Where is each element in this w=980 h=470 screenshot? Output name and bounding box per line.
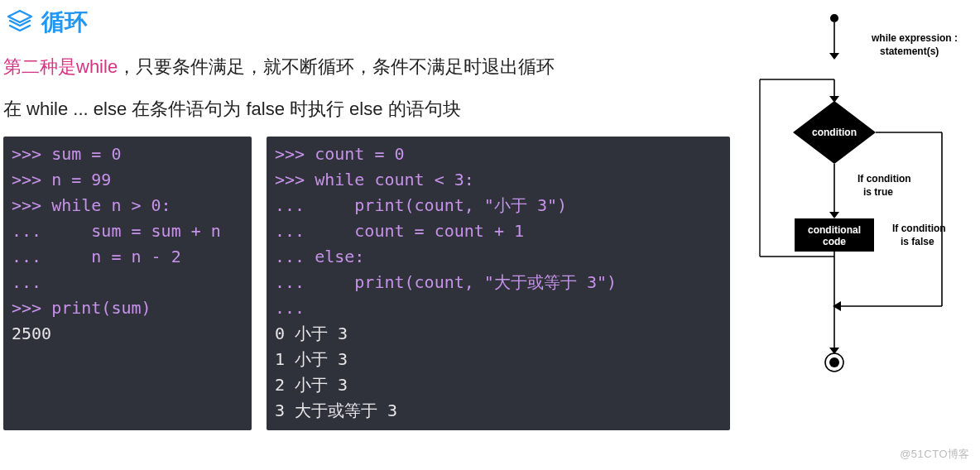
code-line: >>> while count < 3: [275,170,474,189]
code-line: ... else: [275,247,364,266]
diagram-false2: is false [901,236,934,247]
code-line: ... [275,298,305,318]
diagram-codebox2: code [823,236,846,247]
diagram-condition: condition [812,127,857,138]
code-line: >>> print(sum) [12,298,151,318]
code-line: >>> count = 0 [275,144,405,164]
diagram-header1: while expression : [871,32,958,44]
diagram-true2: is true [863,186,893,198]
code-output: 2 小于 3 [275,375,348,395]
code-line: ... count = count + 1 [275,221,524,241]
diagram-header2: statement(s) [880,46,939,57]
svg-marker-10 [829,212,839,218]
flowchart-diagram: while expression : statement(s) conditio… [743,8,975,381]
section-title: 循环 [41,7,88,38]
svg-point-20 [829,357,839,367]
desc1-pre: 第二种是 [3,56,76,77]
svg-marker-2 [829,53,839,60]
code-line: ... print(count, "大于或等于 3") [275,272,617,292]
code-output: 1 小于 3 [275,349,348,369]
desc1-keyword: while [76,56,118,77]
code-line: >>> while n > 0: [12,195,171,215]
code-line: >>> n = 99 [12,170,111,189]
code-output: 0 小于 3 [275,324,348,343]
watermark: @51CTO博客 [900,447,970,462]
code-line: ... [12,272,41,292]
code-line: ... print(count, "小于 3") [275,195,567,215]
code-line: ... sum = sum + n [12,221,221,241]
code-output: 3 大于或等于 3 [275,400,397,420]
code-output: 2500 [12,324,51,343]
code-block-right: >>> count = 0 >>> while count < 3: ... p… [267,137,730,430]
svg-point-0 [830,14,838,22]
code-line: ... n = n - 2 [12,247,181,266]
diagram-codebox1: conditional [808,224,861,236]
diagram-true1: If condition [858,173,911,185]
desc1-post: ，只要条件满足，就不断循环，条件不满足时退出循环 [118,56,555,77]
code-block-left: >>> sum = 0 >>> n = 99 >>> while n > 0: … [3,137,252,430]
loop-icon [7,9,33,36]
diagram-false1: If condition [892,223,946,234]
code-line: >>> sum = 0 [12,144,121,164]
